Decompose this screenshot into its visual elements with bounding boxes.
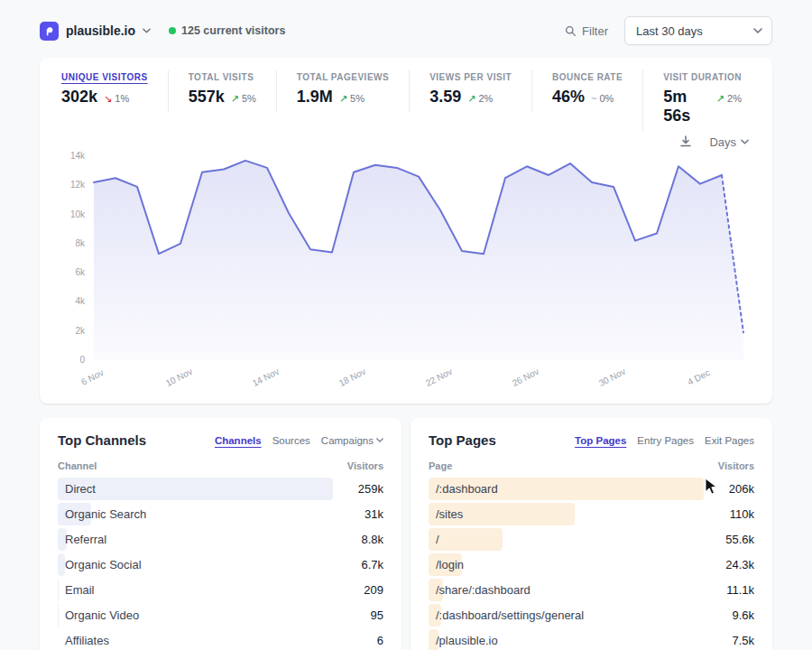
delta-percent: 0%	[600, 93, 614, 104]
chevron-down-icon	[753, 28, 762, 33]
metric-delta: ↗5%	[231, 93, 256, 105]
delta-down-icon: ↘	[104, 93, 112, 105]
table-row[interactable]: /sites110k	[429, 502, 754, 526]
table-row[interactable]: Direct259k	[58, 477, 383, 501]
site-switcher[interactable]: plausible.io	[40, 22, 151, 41]
delta-up-icon: ↗	[716, 93, 724, 105]
metric-value: 3.59	[429, 88, 461, 107]
table-row[interactable]: Organic Video95	[58, 603, 383, 627]
delta-percent: 2%	[478, 93, 493, 104]
table-row[interactable]: Organic Search31k	[58, 502, 383, 526]
tab-campaigns[interactable]: Campaigns	[321, 435, 383, 446]
row-value: 24.3k	[725, 558, 754, 571]
row-label: /:dashboard/settings/general	[429, 608, 584, 622]
row-value: 209	[364, 583, 383, 597]
tab-sources[interactable]: Sources	[272, 435, 310, 446]
table-row[interactable]: /share/:dashboard11.1k	[429, 578, 754, 602]
column-header-key: Page	[429, 460, 452, 471]
row-value: 9.6k	[732, 608, 754, 622]
tab-entry-pages[interactable]: Entry Pages	[637, 435, 694, 446]
table-row[interactable]: /:dashboard206k	[429, 477, 754, 501]
row-label: /login	[429, 558, 464, 571]
plausible-dashboard: plausible.io 125 current visitors Filter…	[0, 0, 812, 650]
channels-table: Direct259kOrganic Search31kReferral8.8kO…	[58, 477, 383, 650]
x-axis-label: 18 Nov	[337, 367, 367, 388]
column-header-key: Channel	[58, 460, 97, 471]
row-label: Organic Search	[58, 507, 146, 521]
metric-label: TOTAL VISITS	[189, 72, 256, 82]
table-row[interactable]: Referral8.8k	[58, 527, 383, 552]
tab-top-pages[interactable]: Top Pages	[575, 435, 626, 446]
current-visitors[interactable]: 125 current visitors	[169, 24, 285, 37]
plausible-logo-glyph	[43, 25, 55, 37]
row-value: 6	[377, 634, 383, 647]
delta-percent: 5%	[242, 93, 256, 104]
interval-dropdown[interactable]: Days	[709, 135, 749, 149]
metric-delta: ↘1%	[104, 93, 129, 105]
table-row[interactable]: Email209	[58, 578, 383, 602]
tab-label: Sources	[272, 435, 310, 446]
y-axis-label: 14k	[70, 151, 86, 161]
interval-label: Days	[709, 135, 736, 149]
metric-label: VIEWS PER VISIT	[429, 72, 512, 82]
top-bar: plausible.io 125 current visitors Filter…	[0, 0, 812, 58]
tab-channels[interactable]: Channels	[215, 435, 262, 446]
metric-delta: ~0%	[591, 93, 614, 104]
metric-total-visits[interactable]: TOTAL VISITS557k↗5%	[168, 70, 276, 112]
row-label: /:dashboard	[429, 482, 498, 496]
tab-exit-pages[interactable]: Exit Pages	[705, 435, 754, 446]
filter-button[interactable]: Filter	[565, 24, 608, 38]
pages-table: /:dashboard206k/sites110k/55.6k/login24.…	[429, 477, 754, 650]
delta-percent: 1%	[115, 93, 129, 104]
y-axis-label: 10k	[70, 209, 86, 219]
metric-label: TOTAL PAGEVIEWS	[297, 72, 389, 82]
chevron-down-icon	[741, 139, 749, 144]
x-axis-label: 4 Dec	[686, 367, 711, 387]
search-icon	[565, 25, 577, 37]
y-axis-label: 8k	[75, 238, 86, 248]
date-range-select[interactable]: Last 30 days	[624, 16, 772, 45]
row-value: 6.7k	[361, 558, 383, 571]
table-row[interactable]: /:dashboard/settings/general9.6k	[429, 603, 754, 627]
metric-unique-visitors[interactable]: UNIQUE VISITORS302k↘1%	[60, 70, 168, 112]
chart-area	[94, 161, 743, 360]
table-row[interactable]: Organic Social6.7k	[58, 552, 383, 577]
metric-value: 1.9M	[297, 88, 333, 107]
table-row[interactable]: /plausible.io7.5k	[429, 628, 754, 650]
tab-label: Channels	[215, 435, 262, 446]
x-axis-label: 6 Nov	[79, 367, 105, 387]
row-value: 11.1k	[726, 583, 754, 597]
delta-up-icon: ↗	[467, 93, 475, 105]
row-label: Organic Video	[58, 608, 139, 622]
stats-bar: UNIQUE VISITORS302k↘1%TOTAL VISITS557k↗5…	[60, 70, 752, 131]
row-label: Direct	[58, 482, 96, 496]
table-row[interactable]: /login24.3k	[429, 552, 754, 577]
x-axis-label: 22 Nov	[424, 367, 454, 388]
metric-value: 46%	[552, 88, 585, 107]
metric-visit-duration[interactable]: VISIT DURATION5m 56s↗2%	[642, 70, 761, 131]
row-label: Email	[58, 583, 95, 597]
row-value: 110k	[730, 507, 754, 521]
table-row[interactable]: /55.6k	[429, 527, 754, 552]
row-value: 55.6k	[725, 533, 754, 546]
delta-percent: 5%	[350, 93, 364, 104]
y-axis-label: 2k	[75, 326, 86, 336]
metric-total-pageviews[interactable]: TOTAL PAGEVIEWS1.9M↗5%	[276, 70, 409, 112]
row-label: /plausible.io	[429, 634, 498, 647]
current-visitors-label: 125 current visitors	[181, 24, 285, 37]
delta-up-icon: ↗	[231, 93, 239, 105]
delta-flat-icon: ~	[591, 93, 596, 104]
download-icon[interactable]	[678, 135, 693, 149]
tab-label: Entry Pages	[637, 435, 694, 446]
delta-up-icon: ↗	[339, 93, 347, 105]
row-label: Organic Social	[58, 558, 142, 571]
metric-views-per-visit[interactable]: VIEWS PER VISIT3.59↗2%	[409, 70, 531, 112]
x-axis-label: 10 Nov	[164, 367, 194, 388]
table-row[interactable]: Affiliates6	[58, 628, 383, 650]
metric-label: VISIT DURATION	[663, 72, 742, 82]
metric-delta: ↗5%	[339, 93, 364, 105]
row-value: 31k	[364, 507, 383, 521]
row-bar	[429, 528, 503, 551]
metric-bounce-rate[interactable]: BOUNCE RATE46%~0%	[531, 70, 642, 112]
plausible-logo-icon	[40, 22, 59, 41]
